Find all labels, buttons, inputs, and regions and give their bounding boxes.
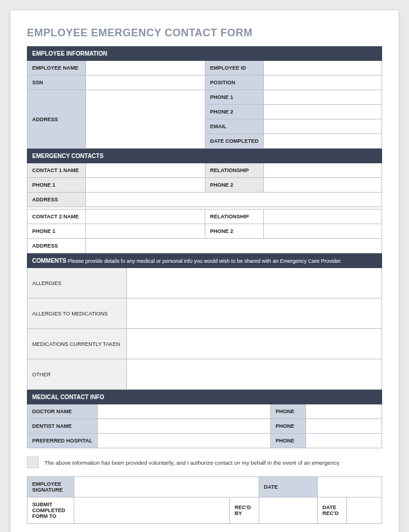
section-header-label: COMMENTS Please provide details fo any m… [28, 254, 382, 268]
input-contact2-phone2[interactable] [264, 224, 382, 239]
label-phone1: PHONE 1 [205, 90, 264, 105]
label-sig-date: DATE [259, 477, 318, 497]
input-sig-date[interactable] [318, 477, 382, 497]
label-date-recd: DATE REC'D [318, 497, 347, 524]
label-contact1-address: ADDRESS [28, 193, 86, 207]
comments-header-bold: COMMENTS [32, 258, 66, 264]
section-header-label: EMPLOYEE INFORMATION [28, 47, 382, 61]
label-date-completed: DATE COMPLETED [205, 134, 264, 149]
label-contact1-relationship: RELATIONSHIP [205, 163, 264, 178]
input-employee-name[interactable] [86, 61, 205, 75]
authorization-checkbox[interactable] [27, 457, 39, 468]
label-address: ADDRESS [28, 90, 86, 149]
input-contact2-name[interactable] [86, 210, 205, 224]
label-submit-to: SUBMIT COMPLETED FORM TO [28, 497, 74, 524]
label-contact1-name: CONTACT 1 NAME [28, 163, 86, 178]
input-other[interactable] [127, 359, 382, 390]
input-phone1[interactable] [264, 90, 382, 105]
input-address[interactable] [86, 90, 205, 149]
label-hospital-phone: PHONE [270, 434, 305, 448]
section-header-emergency: EMERGENCY CONTACTS [28, 149, 382, 163]
input-contact1-relationship[interactable] [264, 163, 382, 178]
label-phone2: PHONE 2 [205, 105, 264, 119]
label-ssn: SSN [28, 75, 86, 90]
input-contact1-address[interactable] [86, 193, 382, 207]
section-header-label: EMERGENCY CONTACTS [28, 149, 382, 163]
section-header-label: MEDICAL CONTACT INFO [28, 390, 382, 404]
input-hospital[interactable] [98, 434, 271, 448]
label-contact1-phone2: PHONE 2 [205, 178, 264, 193]
input-meds-taken[interactable] [127, 329, 382, 359]
label-hospital: PREFERRED HOSPITAL [28, 434, 98, 448]
employee-info-table: EMPLOYEE INFORMATION EMPLOYEE NAME EMPLO… [27, 46, 382, 149]
input-submit-to[interactable] [74, 497, 230, 524]
label-email: EMAIL [205, 119, 264, 134]
label-position: POSITION [205, 75, 264, 90]
label-allergies-med: ALLERGIES TO MEDICATIONS [28, 298, 127, 329]
input-ssn[interactable] [86, 75, 205, 90]
label-doctor-phone: PHONE [270, 404, 305, 419]
input-hospital-phone[interactable] [305, 434, 381, 448]
input-dentist[interactable] [98, 419, 271, 434]
comments-header-text: Please provide details fo any medical or… [66, 258, 342, 264]
section-header-employee: EMPLOYEE INFORMATION [28, 47, 382, 61]
input-employee-id[interactable] [264, 61, 382, 75]
label-dentist: DENTIST NAME [28, 419, 98, 434]
form-page: EMPLOYEE EMERGENCY CONTACT FORM EMPLOYEE… [11, 11, 398, 532]
form-title: EMPLOYEE EMERGENCY CONTACT FORM [27, 27, 382, 39]
input-doctor-phone[interactable] [305, 404, 381, 419]
input-allergies[interactable] [127, 268, 382, 298]
input-doctor[interactable] [98, 404, 271, 419]
label-emp-signature: EMPLOYEE SIGNATURE [28, 477, 74, 497]
label-contact2-phone1: PHONE 1 [28, 224, 86, 239]
authorization-row: The above information has been provided … [27, 457, 382, 468]
input-contact1-phone2[interactable] [264, 178, 382, 193]
authorization-text: The above information has been provided … [44, 459, 341, 466]
input-email[interactable] [264, 119, 382, 134]
input-contact2-relationship[interactable] [264, 210, 382, 224]
input-phone2[interactable] [264, 105, 382, 119]
label-employee-id: EMPLOYEE ID [205, 61, 264, 75]
input-allergies-med[interactable] [127, 298, 382, 329]
signature-table: EMPLOYEE SIGNATURE DATE SUBMIT COMPLETED… [27, 476, 382, 524]
label-recd-by: REC'D BY [230, 497, 259, 524]
label-meds-taken: MEDICATIONS CURRENTLY TAKEN [28, 329, 127, 359]
label-contact2-name: CONTACT 2 NAME [28, 210, 86, 224]
label-employee-name: EMPLOYEE NAME [28, 61, 86, 75]
label-contact2-phone2: PHONE 2 [205, 224, 264, 239]
input-contact2-address[interactable] [86, 239, 382, 253]
input-contact1-phone1[interactable] [86, 178, 205, 193]
comments-table: COMMENTS Please provide details fo any m… [27, 253, 382, 390]
section-header-comments: COMMENTS Please provide details fo any m… [28, 254, 382, 268]
label-dentist-phone: PHONE [270, 419, 305, 434]
label-contact2-address: ADDRESS [28, 239, 86, 253]
label-contact1-phone1: PHONE 1 [28, 178, 86, 193]
label-doctor: DOCTOR NAME [28, 404, 98, 419]
input-emp-signature[interactable] [74, 477, 259, 497]
input-position[interactable] [264, 75, 382, 90]
medical-contact-table: MEDICAL CONTACT INFO DOCTOR NAME PHONE D… [27, 390, 382, 448]
emergency-contacts-table: EMERGENCY CONTACTS CONTACT 1 NAME RELATI… [27, 149, 382, 253]
label-contact2-relationship: RELATIONSHIP [205, 210, 264, 224]
section-header-medical: MEDICAL CONTACT INFO [28, 390, 382, 404]
input-contact2-phone1[interactable] [86, 224, 205, 239]
input-recd-by[interactable] [259, 497, 318, 524]
label-other: OTHER [28, 359, 127, 390]
input-date-completed[interactable] [264, 134, 382, 149]
label-allergies: ALLERGIES [28, 268, 127, 298]
input-contact1-name[interactable] [86, 163, 205, 178]
input-dentist-phone[interactable] [305, 419, 381, 434]
input-date-recd[interactable] [347, 497, 382, 524]
